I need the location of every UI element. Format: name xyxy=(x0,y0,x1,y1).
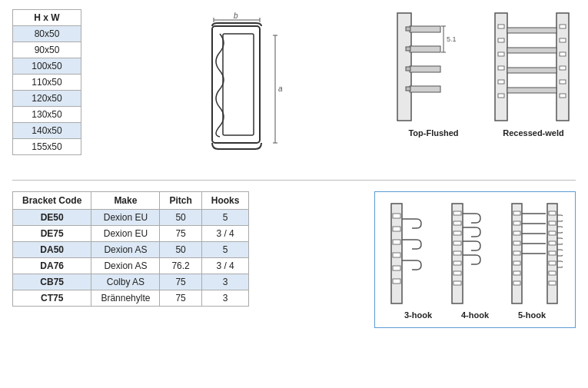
svg-rect-45 xyxy=(393,253,400,257)
svg-rect-59 xyxy=(513,211,520,215)
svg-rect-68 xyxy=(549,221,556,225)
svg-rect-67 xyxy=(549,211,556,215)
top-section: H x W 80x5090x50100x50110x50120x50130x50… xyxy=(12,9,576,169)
top-flushed-svg: 5.1 xyxy=(391,9,476,124)
svg-rect-55 xyxy=(453,271,461,275)
svg-rect-18 xyxy=(406,87,410,91)
channel-diagram: b a xyxy=(94,9,379,169)
svg-rect-54 xyxy=(453,261,461,265)
bracket-table-cell: CB75 xyxy=(13,274,91,290)
bracket-table-cell: 3 / 4 xyxy=(201,258,249,274)
bracket-table-cell: 5 xyxy=(201,242,249,258)
size-table: H x W 80x5090x50100x50110x50120x50130x50… xyxy=(12,9,81,155)
svg-rect-63 xyxy=(513,251,520,255)
svg-rect-14 xyxy=(410,86,440,92)
svg-rect-47 xyxy=(393,279,400,284)
four-hook-svg xyxy=(448,200,490,307)
size-table-cell: 130x50 xyxy=(13,107,81,123)
size-table-cell: 140x50 xyxy=(13,123,81,139)
svg-rect-27 xyxy=(498,52,504,56)
bracket-table-cell: DA76 xyxy=(13,258,91,274)
svg-rect-71 xyxy=(549,251,556,255)
svg-rect-31 xyxy=(560,25,566,28)
svg-rect-9 xyxy=(223,34,254,135)
hook-label-row: 3-hook 4-hook 5-hook xyxy=(399,310,551,320)
bracket-table-cell: DA50 xyxy=(13,242,91,258)
svg-rect-15 xyxy=(406,27,410,31)
svg-rect-50 xyxy=(453,221,461,225)
bracket-table-cell: 75 xyxy=(160,274,201,290)
svg-rect-44 xyxy=(393,240,400,244)
svg-rect-13 xyxy=(410,66,440,72)
svg-rect-37 xyxy=(507,28,556,33)
svg-rect-69 xyxy=(549,231,556,235)
svg-rect-46 xyxy=(393,266,400,270)
svg-rect-34 xyxy=(560,66,566,70)
three-hook-svg xyxy=(387,200,430,307)
recessed-weld-label: Recessed-weld xyxy=(491,128,576,138)
bracket-table-cell: Brännehylte xyxy=(91,290,160,307)
bracket-table-cell: Dexion EU xyxy=(91,226,160,242)
bracket-table-cell: 75 xyxy=(160,290,201,307)
svg-text:a: a xyxy=(278,85,283,93)
bracket-table-cell: 50 xyxy=(160,242,201,258)
svg-rect-17 xyxy=(406,67,410,71)
top-flushed-diagram: 5.1 Top-Flushed xyxy=(391,9,476,138)
svg-rect-8 xyxy=(212,26,260,143)
bracket-imgs: 5.1 Top-Flushed xyxy=(391,9,576,138)
svg-rect-74 xyxy=(549,281,556,285)
svg-rect-56 xyxy=(453,281,461,285)
three-hook-label: 3-hook xyxy=(399,310,437,320)
bracket-table-cell: Dexion EU xyxy=(91,210,160,226)
svg-rect-30 xyxy=(498,94,504,98)
svg-text:5.1: 5.1 xyxy=(447,35,457,43)
svg-rect-38 xyxy=(507,48,556,53)
size-table-cell: 120x50 xyxy=(13,91,81,107)
bracket-table-cell: Dexion AS xyxy=(91,258,160,274)
size-table-cell: 90x50 xyxy=(13,42,81,58)
five-hook-label: 5-hook xyxy=(513,310,551,320)
svg-rect-42 xyxy=(393,214,400,218)
svg-rect-33 xyxy=(560,52,566,56)
bracket-table-cell: 50 xyxy=(160,210,201,226)
bracket-table-cell: Dexion AS xyxy=(91,242,160,258)
bottom-section: Bracket CodeMakePitchHooks DE50Dexion EU… xyxy=(12,191,576,328)
svg-rect-65 xyxy=(513,271,520,275)
bracket-table-cell: Colby AS xyxy=(91,274,160,290)
svg-rect-32 xyxy=(560,38,566,42)
svg-rect-11 xyxy=(410,26,440,32)
svg-rect-39 xyxy=(507,68,556,73)
recessed-weld-diagram: Recessed-weld xyxy=(491,9,576,138)
svg-rect-26 xyxy=(498,38,504,42)
bracket-table-cell: 3 xyxy=(201,274,249,290)
svg-text:b: b xyxy=(234,12,238,20)
bracket-diagrams-top: 5.1 Top-Flushed xyxy=(391,9,576,138)
channel-svg: b a xyxy=(191,12,283,166)
bracket-table-cell: CT75 xyxy=(13,290,91,307)
top-flushed-label: Top-Flushed xyxy=(391,128,476,138)
svg-rect-70 xyxy=(549,241,556,245)
bracket-table-header-cell: Make xyxy=(91,192,160,210)
bracket-table-header-cell: Pitch xyxy=(160,192,201,210)
bracket-table-cell: 3 / 4 xyxy=(201,226,249,242)
four-hook-label: 4-hook xyxy=(456,310,494,320)
svg-rect-43 xyxy=(393,227,400,231)
page: H x W 80x5090x50100x50110x50120x50130x50… xyxy=(0,0,588,388)
bracket-table-cell: DE50 xyxy=(13,210,91,226)
recessed-weld-svg xyxy=(491,9,576,124)
divider xyxy=(12,180,576,181)
bracket-table-header-cell: Hooks xyxy=(201,192,249,210)
svg-rect-52 xyxy=(453,241,461,245)
svg-rect-53 xyxy=(453,251,461,255)
svg-rect-64 xyxy=(513,261,520,265)
svg-rect-28 xyxy=(498,66,504,70)
svg-rect-51 xyxy=(453,231,461,235)
bracket-table-cell: 5 xyxy=(201,210,249,226)
bracket-table: Bracket CodeMakePitchHooks DE50Dexion EU… xyxy=(12,191,249,307)
size-table-cell: 110x50 xyxy=(13,75,81,91)
size-table-cell: 100x50 xyxy=(13,58,81,75)
svg-rect-61 xyxy=(513,231,520,235)
bracket-table-header-cell: Bracket Code xyxy=(13,192,91,210)
svg-rect-73 xyxy=(549,271,556,275)
svg-rect-29 xyxy=(498,80,504,84)
